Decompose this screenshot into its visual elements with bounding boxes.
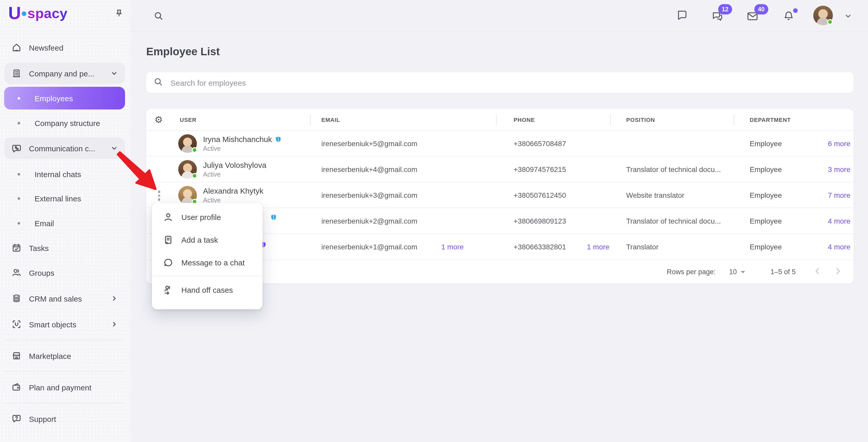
sidebar-item-email[interactable]: Email (4, 211, 125, 235)
calendar-check-icon (11, 243, 22, 253)
column-header-position[interactable]: POSITION (626, 109, 655, 131)
sidebar-item-label: Internal chats (35, 170, 118, 178)
column-header-user[interactable]: USER (180, 109, 196, 131)
sidebar-item-label: Tasks (29, 243, 118, 252)
employee-position: Website translator (626, 182, 684, 208)
column-header-department[interactable]: DEPARTMENT (750, 109, 791, 131)
department-more-link[interactable]: 3 more (828, 157, 850, 182)
employee-name[interactable]: Alexandra Khytyk (203, 186, 263, 195)
rows-per-page-select[interactable]: 10 (729, 268, 746, 276)
employee-position: Translator (626, 234, 658, 260)
sidebar-item-smart-objects[interactable]: Smart objects (4, 312, 125, 336)
bullet-icon (18, 97, 20, 99)
scan-u-icon (11, 319, 22, 330)
sidebar-item-newsfeed[interactable]: Newsfeed (4, 36, 125, 59)
column-divider (734, 114, 734, 126)
employee-department: Employee (750, 208, 782, 234)
app-window: U spacy Newsfeed Company and pe... Emplo… (0, 0, 868, 442)
online-status-dot (192, 147, 197, 153)
pin-sidebar-icon[interactable] (114, 8, 124, 19)
sidebar-item-label: Marketplace (29, 351, 118, 360)
sidebar-item-company-and-people[interactable]: Company and pe... (4, 63, 125, 84)
sidebar-item-plan-and-payment[interactable]: Plan and payment (4, 375, 125, 399)
global-search-icon[interactable] (153, 11, 164, 23)
rows-per-page-label: Rows per page: (667, 268, 716, 276)
employee-department: Employee (750, 182, 782, 208)
sidebar-item-external-lines[interactable]: External lines (4, 186, 125, 210)
row-context-menu: User profile Add a task Message to a cha… (152, 203, 262, 309)
uspacy-logo[interactable]: U (8, 3, 21, 23)
sidebar-item-company-structure[interactable]: Company structure (4, 111, 125, 135)
sidebar-item-label: Support (29, 414, 118, 423)
bullet-icon (18, 197, 20, 200)
annotation-arrow (115, 151, 164, 197)
next-page-button[interactable] (834, 267, 842, 277)
menu-item-message-to-a-chat[interactable]: Message to a chat (152, 251, 262, 274)
sidebar-item-employees[interactable]: Employees (4, 87, 125, 109)
department-more-link[interactable]: 4 more (828, 234, 850, 260)
sidebar-item-communication-channels[interactable]: Communication c... (4, 137, 125, 159)
employee-phone: +380669809123 (514, 208, 566, 234)
page-title: Employee List (146, 45, 220, 58)
profile-chevron-down-icon[interactable] (844, 12, 852, 22)
sidebar-item-label: Newsfeed (29, 43, 118, 52)
chevron-right-icon (111, 295, 118, 302)
employee-status: Active (203, 145, 221, 152)
feedback-bubble-icon[interactable] (676, 9, 688, 23)
sidebar-item-support[interactable]: Support (4, 407, 125, 431)
sidebar-item-crm-and-sales[interactable]: CRM and sales (4, 286, 125, 310)
sidebar-item-marketplace[interactable]: Marketplace (4, 344, 125, 368)
employee-email: ireneserbeniuk+4@gmail.com (321, 157, 417, 182)
employee-phone: +380507612450 (514, 182, 566, 208)
wallet-icon (11, 382, 22, 393)
menu-divider (152, 276, 262, 276)
sidebar-item-label: External lines (35, 194, 118, 203)
department-more-link[interactable]: 6 more (828, 131, 850, 157)
bullet-icon (18, 173, 20, 175)
employee-department: Employee (750, 157, 782, 182)
table-row[interactable]: Iryna Mishchanchuk Active ireneserbeniuk… (146, 131, 854, 157)
sidebar-item-label: Company and pe... (29, 69, 103, 78)
sidebar-item-label: Communication c... (29, 144, 103, 152)
caret-down-icon (740, 270, 746, 274)
menu-item-user-profile[interactable]: User profile (152, 205, 262, 228)
sidebar-divider (4, 340, 125, 340)
sidebar-item-groups[interactable]: Groups (4, 261, 125, 284)
table-settings-gear-icon[interactable]: ⚙ (154, 115, 163, 125)
previous-page-button[interactable] (813, 267, 822, 277)
employee-department: Employee (750, 131, 782, 157)
department-more-link[interactable]: 4 more (828, 208, 850, 234)
column-header-email[interactable]: EMAIL (321, 109, 340, 131)
menu-item-label: Message to a chat (181, 258, 245, 267)
employee-name[interactable]: Iryna Mishchanchuk (203, 135, 282, 143)
bullet-icon (18, 122, 20, 124)
people-icon (11, 268, 22, 278)
database-icon (11, 293, 22, 304)
table-row[interactable]: Juliya Voloshylova Active ireneserbeniuk… (146, 157, 854, 182)
phone-more-link[interactable]: 1 more (587, 234, 610, 260)
sidebar: U spacy Newsfeed Company and pe... Emplo… (0, 0, 130, 442)
sidebar-item-tasks[interactable]: Tasks (4, 236, 125, 260)
menu-item-add-a-task[interactable]: Add a task (152, 228, 262, 251)
search-input[interactable] (170, 78, 846, 87)
employee-name[interactable]: Juliya Voloshylova (203, 161, 266, 169)
email-more-link[interactable]: 1 more (441, 234, 464, 260)
employee-email: ireneserbeniuk+1@gmail.com (321, 234, 417, 260)
chevron-right-icon (111, 321, 118, 328)
sidebar-item-label: CRM and sales (29, 294, 103, 303)
help-chat-icon (11, 414, 22, 424)
notifications-bell-icon[interactable] (783, 10, 795, 24)
logo-text[interactable]: spacy (27, 6, 67, 22)
menu-item-hand-off-cases[interactable]: Hand off cases (152, 278, 262, 301)
department-more-link[interactable]: 7 more (828, 182, 850, 208)
column-divider (496, 114, 497, 126)
sidebar-item-label: Groups (29, 268, 118, 277)
table-header: ⚙ USER EMAIL PHONE POSITION DEPARTMENT (146, 109, 854, 131)
bullet-icon (18, 222, 20, 224)
employee-status: Active (203, 171, 221, 178)
sidebar-item-internal-chats[interactable]: Internal chats (4, 162, 125, 186)
column-header-phone[interactable]: PHONE (514, 109, 535, 131)
building-icon (11, 68, 22, 78)
mail-badge[interactable]: 40 (754, 4, 768, 14)
chats-badge[interactable]: 12 (718, 4, 732, 14)
